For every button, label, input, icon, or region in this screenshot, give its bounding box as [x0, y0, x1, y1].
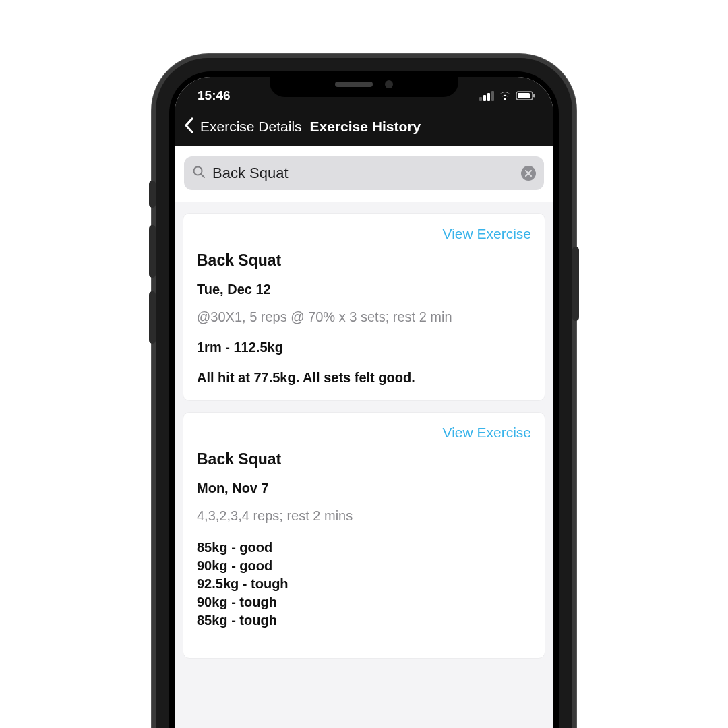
notch	[270, 71, 458, 97]
back-button[interactable]	[183, 117, 196, 137]
exercise-metric: 1rm - 112.5kg	[197, 340, 531, 355]
mute-switch[interactable]	[149, 181, 156, 208]
set-line: 85kg - tough	[197, 611, 531, 630]
front-camera	[385, 80, 393, 88]
screen: 15:46	[175, 77, 553, 728]
nav-bar: Exercise Details Exercise History	[175, 111, 553, 146]
exercise-prescription: 4,3,2,3,4 reps; rest 2 mins	[197, 508, 531, 524]
svg-line-4	[202, 175, 205, 178]
exercise-date: Mon, Nov 7	[197, 481, 531, 496]
phone-frame: 15:46	[156, 58, 572, 728]
set-line: 90kg - good	[197, 557, 531, 575]
content: View Exercise Back Squat Tue, Dec 12 @30…	[175, 146, 553, 728]
volume-down-button[interactable]	[149, 291, 156, 344]
search-icon	[192, 165, 206, 181]
view-exercise-link[interactable]: View Exercise	[443, 425, 532, 440]
search-input[interactable]	[212, 164, 514, 182]
set-line: 92.5kg - tough	[197, 575, 531, 593]
svg-rect-2	[533, 94, 535, 98]
history-card: View Exercise Back Squat Tue, Dec 12 @30…	[183, 213, 545, 401]
page-title: Exercise History	[310, 119, 421, 135]
history-card: View Exercise Back Squat Mon, Nov 7 4,3,…	[183, 412, 545, 659]
set-line: 85kg - good	[197, 539, 531, 557]
exercise-name: Back Squat	[197, 450, 531, 468]
battery-icon	[516, 91, 536, 100]
view-exercise-link[interactable]: View Exercise	[443, 226, 532, 241]
exercise-note: All hit at 77.5kg. All sets felt good.	[197, 370, 531, 386]
cellular-icon	[479, 91, 494, 101]
exercise-date: Tue, Dec 12	[197, 282, 531, 297]
wifi-icon	[498, 91, 512, 100]
exercise-prescription: @30X1, 5 reps @ 70% x 3 sets; rest 2 min	[197, 309, 531, 325]
speaker-grille	[335, 82, 373, 87]
status-time: 15:46	[198, 88, 231, 103]
power-button[interactable]	[572, 247, 579, 321]
clear-search-button[interactable]	[521, 166, 536, 181]
back-label[interactable]: Exercise Details	[200, 119, 302, 135]
svg-point-3	[194, 167, 202, 175]
set-results: 85kg - good 90kg - good 92.5kg - tough 9…	[197, 539, 531, 630]
volume-up-button[interactable]	[149, 225, 156, 278]
set-line: 90kg - tough	[197, 593, 531, 611]
svg-rect-1	[518, 93, 530, 98]
exercise-name: Back Squat	[197, 251, 531, 270]
search-field[interactable]	[184, 156, 544, 190]
